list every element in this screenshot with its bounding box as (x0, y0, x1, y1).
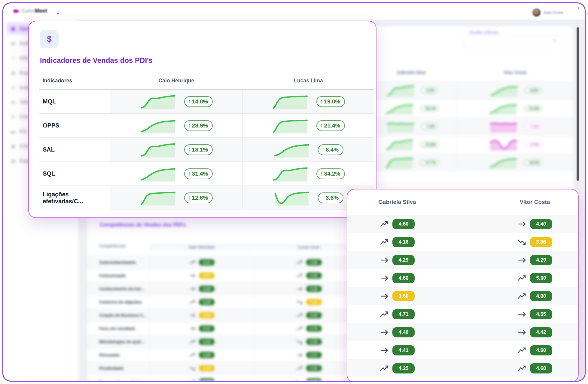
score-badge: 4.29 (306, 286, 322, 292)
arrow-up-icon: ↑ (320, 170, 323, 177)
change-value: 8.5% (530, 88, 539, 93)
change-pill: ↑8.5% (525, 88, 541, 94)
gabriela-cell: 4.60 (347, 215, 455, 233)
caio-cell: ↑14.0% (110, 90, 242, 113)
trend-up-icon (296, 326, 303, 331)
change-pill: ↑18.1% (184, 144, 213, 155)
score-badge: 4.26 (199, 352, 215, 358)
user-name: João Costa (543, 10, 563, 15)
arrow-up-icon: ↑ (526, 106, 528, 111)
change-pill: ↑21.4% (316, 120, 345, 131)
table-row: SQL↑31.4%↑34.2% (39, 161, 374, 186)
change-value: 5.0% (426, 88, 435, 93)
competencia-label: Prospecção por Linke... (87, 375, 149, 381)
arrow-up-icon: ↑ (322, 195, 324, 201)
change-pill: ↑7.2% (421, 124, 438, 130)
gabriela-cell: 4.16 (347, 233, 455, 251)
caio-cell: 3.35 (149, 362, 254, 375)
sparkline-pink (488, 139, 519, 151)
table-row: Criação de Business C...3.404.00 (87, 309, 364, 322)
hide-columns-label: Ocultar Colunas (468, 30, 500, 35)
vitor-cell: 4.55 (477, 305, 579, 323)
score-badge: 4.35 (306, 272, 322, 279)
trend-up-icon (296, 313, 303, 318)
trend-up-icon (380, 311, 389, 318)
score-badge: 4.40 (199, 299, 215, 305)
sidebar-item-label: PDI (20, 129, 27, 134)
user-menu[interactable]: João Costa (532, 8, 563, 17)
scrollbar-thumb[interactable] (577, 27, 579, 181)
trend-right-icon (380, 257, 389, 263)
gabriela-cell: 4.25 (347, 359, 455, 377)
change-value: 37.7% (425, 161, 436, 165)
table-row: Proatividade3.354.30 (87, 361, 364, 375)
gabriela-cell: ↑30.1% (366, 100, 457, 117)
score-badge: 4.60 (392, 219, 415, 229)
indicators-title: Indicadores de Vendas dos PDI's (40, 56, 153, 65)
trend-down-icon (517, 239, 526, 245)
arrow-up-icon: ↑ (320, 98, 323, 105)
gabriela-cell: 4.40 (347, 323, 455, 341)
app-logo: SalesMeet (13, 8, 47, 14)
change-value: 7.2% (426, 124, 435, 129)
hide-columns-select[interactable]: ▾ (464, 35, 560, 48)
table-row: OPPS↑28.9%↑21.4% (39, 113, 374, 137)
gabriela-cell: 4.41 (347, 341, 455, 359)
caio-cell: 3.40 (149, 309, 254, 322)
doc-icon: ▥ (11, 70, 16, 75)
table-row: Prospecção por Linke...4.604.00 (87, 375, 364, 381)
indicators-table-header: Indicadores Caio Henrique Lucas Lima (39, 72, 374, 89)
trend-right-icon (380, 329, 389, 336)
arrow-up-icon: ↑ (188, 98, 191, 105)
trend-up-icon (517, 365, 526, 372)
trend-right-icon (296, 353, 303, 358)
trend-right-icon (189, 313, 196, 318)
sparkline-green (385, 121, 416, 133)
trend-up-icon (517, 275, 526, 281)
vitor-cell: 4.60 (477, 341, 579, 359)
table-row: MQL↑14.0%↑19.0% (39, 89, 374, 113)
change-pill: ↑3.6% (318, 192, 343, 203)
caio-cell: ↑28.9% (110, 114, 242, 137)
caio-cell: ↑18.1% (110, 138, 242, 161)
change-pill: ↑19.0% (316, 96, 345, 107)
trend-up-icon (296, 260, 303, 265)
score-badge: 4.40 (392, 327, 415, 337)
sparkline-green (488, 157, 519, 169)
score-badge: 4.00 (306, 378, 322, 381)
change-pill: ↑21.8% (524, 106, 543, 112)
trend-down-icon (296, 300, 303, 305)
column-header-gabriela: Gabriela Silva (347, 199, 455, 205)
avatar[interactable] (532, 8, 541, 17)
table-row: Foco em resultado4.374.70 (87, 322, 364, 335)
vitor-cell: 3.86 (477, 233, 579, 251)
gabriela-cell: ↑37.7% (366, 154, 457, 171)
caio-cell: 4.37 (149, 322, 254, 335)
change-pill: ↑28.9% (184, 120, 213, 131)
score-badge: 4.60 (530, 345, 552, 355)
change-pill: ↑37.7% (420, 160, 439, 166)
sidebar-toggle-dot[interactable] (57, 13, 59, 14)
column-header-indicadores: Indicadores (39, 78, 110, 84)
caio-cell: ↑31.4% (110, 162, 242, 186)
column-header-lucas: Lucas Lima (242, 78, 374, 84)
table-row: Persuasão4.264.47 (87, 348, 364, 361)
change-value: 3.6% (326, 195, 339, 201)
trend-right-icon (189, 326, 196, 331)
score-badge: 4.60 (199, 378, 215, 381)
sparkline-green (273, 190, 310, 206)
competencia-label: Foco em resultado (87, 322, 149, 335)
file-icon: ▧ (11, 158, 16, 164)
scroll-up-icon[interactable]: ▲ (577, 6, 580, 9)
trend-down-icon (296, 379, 303, 381)
vitor-cell: ↑21.8% (457, 100, 573, 117)
change-value: 18.1% (192, 146, 208, 153)
trend-right-icon (380, 293, 389, 300)
vitor-cell: ↓-7.4% (457, 118, 573, 135)
sparkline-green (140, 190, 176, 206)
vitor-cell: 5.00 (477, 269, 579, 287)
sparkline-green (384, 103, 415, 115)
indicator-label: SAL (39, 138, 110, 161)
score-badge: 3.57 (199, 272, 215, 279)
scores-header: Gabriela Silva Vitor Costa (347, 189, 578, 215)
